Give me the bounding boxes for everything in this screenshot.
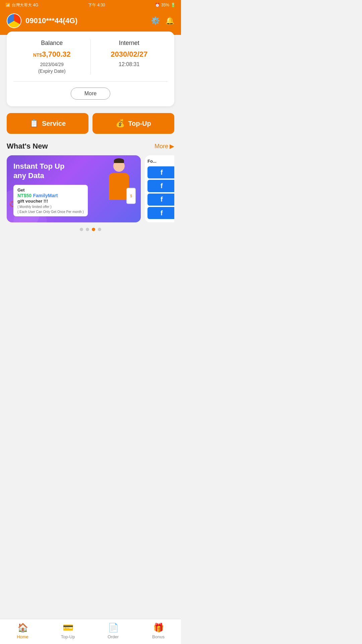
more-btn-wrap: More: [13, 88, 168, 100]
balance-card: Balance NT$3,700.32 2023/04/29(Expiry Da…: [7, 32, 174, 106]
phone-number: 09010***44(4G): [25, 16, 77, 25]
fb-icon-4: f: [161, 209, 163, 217]
app-header: 09010***44(4G) ⚙️ 🔔: [0, 10, 181, 35]
balance-row: Balance NT$3,700.32 2023/04/29(Expiry Da…: [13, 40, 168, 82]
dot-2: [86, 228, 89, 231]
fb-icon-3: f: [161, 196, 163, 203]
internet-date: 2030/02/27: [91, 50, 168, 59]
internet-label: Internet: [91, 40, 168, 47]
dot-3: [92, 228, 95, 231]
carrier-signal: 📶 台灣大哥大 4G: [5, 2, 38, 8]
person-phone: $: [126, 188, 136, 204]
voucher-amount: NT$50: [17, 193, 32, 198]
voucher-note1: ( Monthly limited offer ): [17, 205, 84, 209]
battery-area: ⏰ 35% 🔋: [155, 3, 176, 7]
settings-icon[interactable]: ⚙️: [151, 16, 160, 25]
banner-image: $: [97, 155, 141, 222]
topup-label: Top-Up: [128, 120, 151, 127]
banner-dots: [0, 228, 181, 231]
voucher-note2: ( Each User Can Only Get Once Per month …: [17, 210, 84, 214]
banner-card-1[interactable]: ✂️ Instant Top Upany Data Get NT$50 Fami…: [7, 155, 141, 222]
battery-level: 35%: [161, 3, 169, 7]
banner-voucher: Get NT$50 FamilyMart gift voucher !!! ( …: [13, 185, 88, 216]
balance-section: Balance NT$3,700.32 2023/04/29(Expiry Da…: [13, 40, 90, 74]
balance-more-button[interactable]: More: [71, 88, 110, 100]
voucher-gift: gift voucher !!!: [17, 199, 84, 204]
more-chevron-icon: ▶: [170, 143, 174, 150]
balance-label: Balance: [13, 40, 90, 47]
balance-prefix: NT$: [33, 52, 42, 58]
person-head: [113, 160, 125, 172]
app-logo: [7, 13, 21, 28]
fb-icon-1: f: [161, 169, 163, 176]
banner-title: Instant Top Upany Data: [13, 162, 97, 181]
balance-value: 3,700.32: [42, 50, 71, 58]
alarm-icon: ⏰: [155, 3, 160, 7]
balance-amount: NT$3,700.32: [13, 50, 90, 59]
header-left: 09010***44(4G): [7, 13, 77, 28]
fb-icon-2: f: [161, 182, 163, 190]
topup-icon: 💰: [116, 119, 125, 128]
service-button[interactable]: 📋 Service: [7, 113, 88, 134]
status-bar: 📶 台灣大哥大 4G 下午 4:30 ⏰ 35% 🔋: [0, 0, 181, 10]
battery-icon: 🔋: [171, 3, 176, 7]
person-body: $: [109, 173, 129, 200]
carrier-text: 台灣大哥大 4G: [12, 2, 38, 8]
voucher-get: Get: [17, 187, 84, 193]
fb-item-2: f: [147, 180, 174, 192]
fb-item-3: f: [147, 194, 174, 206]
signal-icon: 📶: [5, 3, 10, 7]
banner-scroll[interactable]: ✂️ Instant Top Upany Data Get NT$50 Fami…: [7, 155, 174, 222]
voucher-brand: FamilyMart: [33, 193, 58, 198]
banner-card-2[interactable]: Fo... f f f f: [145, 155, 174, 222]
action-buttons: 📋 Service 💰 Top-Up: [7, 113, 174, 134]
dot-4: [98, 228, 101, 231]
fb-item-4: f: [147, 207, 174, 219]
clock: 下午 4:30: [88, 2, 105, 8]
whats-new-title: What's New: [7, 142, 48, 151]
whats-new-more[interactable]: More ▶: [155, 143, 174, 150]
dot-1: [80, 228, 83, 231]
service-label: Service: [42, 120, 66, 127]
voucher-detail: NT$50 FamilyMart: [17, 193, 84, 199]
fb-item-1: f: [147, 166, 174, 178]
internet-time: 12:08:31: [91, 61, 168, 67]
header-icons: ⚙️ 🔔: [151, 16, 174, 25]
internet-section: Internet 2030/02/27 12:08:31: [91, 40, 168, 67]
topup-button[interactable]: 💰 Top-Up: [93, 113, 174, 134]
banner2-text: Fo...: [147, 159, 174, 164]
banner-text: Instant Top Upany Data Get NT$50 FamilyM…: [7, 155, 97, 222]
person-figure: $: [106, 160, 132, 217]
more-label: More: [155, 143, 168, 150]
notification-icon[interactable]: 🔔: [165, 16, 174, 25]
service-icon: 📋: [29, 119, 39, 128]
banner-area: ✂️ Instant Top Upany Data Get NT$50 Fami…: [0, 155, 181, 222]
whats-new-header: What's New More ▶: [0, 142, 181, 151]
balance-expiry: 2023/04/29(Expiry Date): [13, 61, 90, 74]
